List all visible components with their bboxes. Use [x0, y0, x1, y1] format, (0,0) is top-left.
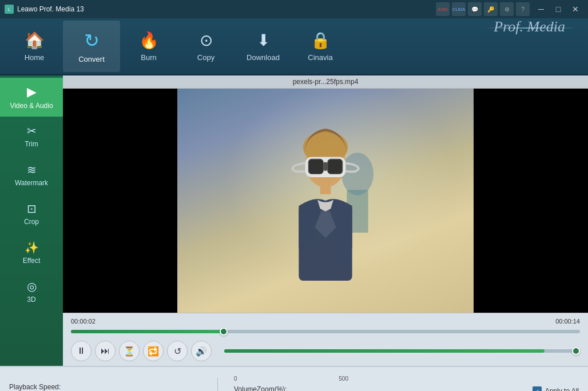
convert-icon: ↻ [84, 30, 100, 51]
vol-thumb[interactable] [572, 347, 580, 355]
nav-home[interactable]: 🏠 Home [6, 21, 63, 72]
nav-copy-label: Copy [197, 53, 214, 62]
vol-min-label: 0 [234, 376, 237, 382]
help-icon[interactable]: ? [516, 2, 530, 16]
minimize-button[interactable]: ─ [533, 1, 549, 17]
video-black-right [474, 89, 588, 313]
sidebar-label-watermark: Watermark [15, 179, 48, 187]
video-preview [63, 89, 588, 313]
sidebar-item-video-audio[interactable]: ▶ Video & Audio [0, 78, 63, 117]
effect-icon: ✨ [25, 241, 39, 254]
nav-burn[interactable]: 🔥 Burn [120, 21, 177, 72]
apply-section: ✓ Apply to All Reset [533, 386, 579, 391]
time-end: 00:00:14 [555, 318, 580, 325]
apply-checkbox[interactable]: ✓ [533, 386, 542, 391]
svg-rect-7 [328, 159, 343, 174]
sidebar-item-trim[interactable]: ✂ Trim [0, 117, 63, 155]
vol-range-labels: 0 500 [234, 376, 348, 382]
crop-icon: ⊡ [27, 202, 37, 216]
rewind-button[interactable]: ↺ [167, 341, 188, 361]
video-frame [63, 89, 588, 313]
volume-slider[interactable] [220, 349, 580, 353]
brand-logo: Prof. Media [494, 18, 565, 35]
vol-fill [224, 349, 545, 353]
sidebar-label-video-audio: Video & Audio [10, 102, 53, 110]
video-audio-icon: ▶ [27, 85, 37, 99]
bottom-panel: Playback Speed: − + 1/4 1/3 1/2 1 2 3 [0, 366, 588, 391]
speed-label: Playback Speed: [9, 383, 201, 391]
close-button[interactable]: ✕ [567, 1, 583, 17]
nav-copy[interactable]: ⊙ Copy [177, 21, 235, 72]
progress-fill [71, 330, 224, 333]
app-logo: L [5, 5, 14, 14]
svg-point-0 [341, 153, 374, 196]
nav-cinavia[interactable]: 🔒 Cinavia [292, 21, 349, 72]
vol-label: VolumeZoom(%): [234, 385, 287, 392]
nav-convert[interactable]: ↻ Convert [63, 21, 120, 72]
progress-bar[interactable] [71, 327, 580, 336]
timer-button[interactable]: ⏳ [119, 341, 140, 361]
nav-home-label: Home [25, 53, 45, 62]
svg-rect-8 [323, 162, 327, 171]
sidebar-label-3d: 3D [27, 296, 35, 304]
sidebar-label-effect: Effect [23, 257, 40, 265]
content-area: pexels-pr...25fps.mp4 [63, 75, 588, 366]
sidebar-label-crop: Crop [24, 218, 39, 226]
sidebar-item-3d[interactable]: ◎ 3D [0, 272, 63, 311]
maximize-button[interactable]: □ [550, 1, 566, 17]
file-tab: pexels-pr...25fps.mp4 [63, 75, 588, 89]
nav-burn-label: Burn [141, 53, 156, 62]
burn-icon: 🔥 [139, 31, 159, 50]
pause-button[interactable]: ⏸ [71, 341, 92, 361]
title-bar: L Leawo Prof. Media 13 AMD CUDA 💬 🔑 ⚙ ? … [0, 0, 588, 18]
3d-icon: ◎ [27, 280, 37, 293]
apply-label: Apply to All [545, 387, 579, 391]
volume-section: 0 500 VolumeZoom(%): − + 100 Remove Nois… [234, 376, 387, 392]
svg-rect-9 [320, 183, 331, 194]
settings-icon[interactable]: ⚙ [500, 2, 514, 16]
nav-download[interactable]: ⬇ Download [235, 21, 292, 72]
filename-label: pexels-pr...25fps.mp4 [293, 78, 359, 86]
progress-thumb[interactable] [220, 328, 228, 336]
amd-icon: AMD [436, 2, 450, 16]
cinavia-icon: 🔒 [311, 31, 331, 50]
sidebar-item-crop[interactable]: ⊡ Crop [0, 194, 63, 233]
nav-download-label: Download [247, 53, 280, 62]
sidebar: ▶ Video & Audio ✂ Trim ≋ Watermark ⊡ Cro… [0, 75, 63, 366]
download-icon: ⬇ [257, 31, 270, 50]
sidebar-label-trim: Trim [25, 140, 38, 148]
controls-bar: 00:00:02 00:00:14 ⏸ ⏭ ⏳ 🔁 ↺ 🔊 [63, 313, 588, 366]
vol-track [224, 349, 580, 353]
nav-cinavia-label: Cinavia [308, 53, 332, 62]
top-nav: 🏠 Home ↻ Convert 🔥 Burn ⊙ Copy ⬇ Downloa… [0, 18, 588, 75]
time-start: 00:00:02 [71, 318, 96, 325]
vol-label-row: VolumeZoom(%): [234, 385, 387, 392]
speed-section: Playback Speed: − + 1/4 1/3 1/2 1 2 3 [9, 383, 201, 392]
vol-max-label: 500 [339, 376, 348, 382]
volume-button[interactable]: 🔊 [191, 341, 212, 361]
trim-icon: ✂ [27, 124, 37, 138]
copy-icon: ⊙ [200, 31, 213, 50]
loop-button[interactable]: 🔁 [143, 341, 164, 361]
main-layout: ▶ Video & Audio ✂ Trim ≋ Watermark ⊡ Cro… [0, 75, 588, 366]
divider-1 [217, 378, 218, 391]
sidebar-item-effect[interactable]: ✨ Effect [0, 233, 63, 272]
cuda-icon: CUDA [452, 2, 466, 16]
watermark-icon: ≋ [27, 163, 37, 177]
progress-track [71, 330, 580, 333]
next-frame-button[interactable]: ⏭ [95, 341, 116, 361]
apply-row: ✓ Apply to All [533, 386, 579, 391]
video-center [177, 89, 474, 313]
home-icon: 🏠 [25, 31, 45, 50]
key-icon[interactable]: 🔑 [484, 2, 498, 16]
app-title: Leawo Prof. Media 13 [17, 5, 84, 13]
nav-convert-label: Convert [78, 55, 105, 63]
chat-icon[interactable]: 💬 [468, 2, 482, 16]
svg-rect-6 [308, 159, 323, 174]
video-black-left [63, 89, 177, 313]
playback-controls: ⏸ ⏭ ⏳ 🔁 ↺ 🔊 [71, 341, 580, 361]
sidebar-item-watermark[interactable]: ≋ Watermark [0, 155, 63, 194]
vr-kid-svg [257, 121, 394, 281]
vr-scene [177, 89, 474, 313]
